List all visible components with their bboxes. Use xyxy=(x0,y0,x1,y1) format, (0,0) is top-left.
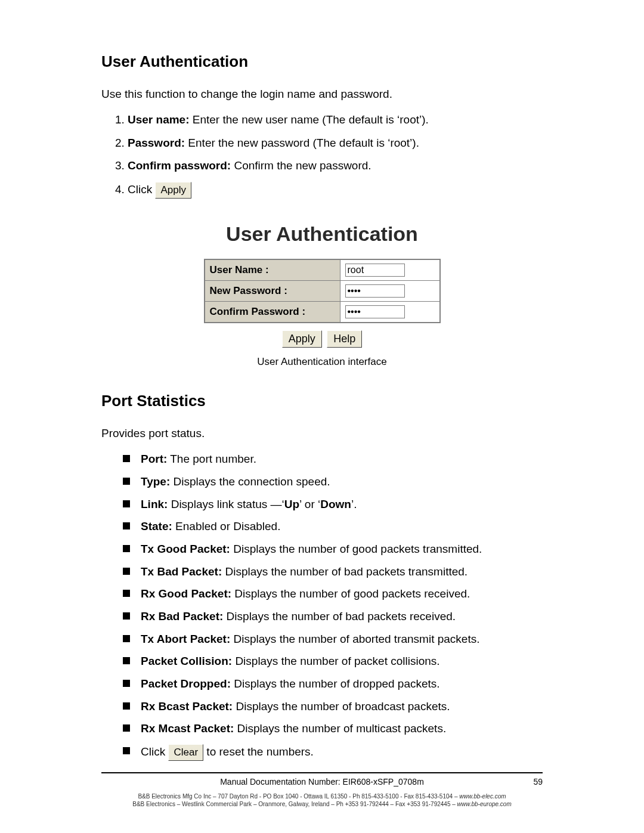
list-item: Tx Bad Packet: Displays the number of ba… xyxy=(123,565,543,580)
item-label: Type: xyxy=(141,475,170,488)
document-page: User Authentication Use this function to… xyxy=(0,0,644,833)
item-label: Password: xyxy=(128,137,185,149)
item-label: Confirm password: xyxy=(128,159,231,172)
item-text: Enter the new user name (The default is … xyxy=(190,113,429,126)
label-new-password: New Password : xyxy=(205,281,340,302)
item-label: Packet Dropped: xyxy=(141,677,231,690)
item-label: Tx Bad Packet: xyxy=(141,565,222,578)
item-label: Rx Mcast Packet: xyxy=(141,722,234,735)
help-button[interactable]: Help xyxy=(327,330,362,348)
doc-number: Manual Documentation Number: EIR608-xSFP… xyxy=(220,777,424,786)
label-user-name: User Name : xyxy=(205,259,340,281)
item-text: The port number. xyxy=(167,453,256,465)
new-password-input[interactable] xyxy=(345,284,405,298)
figure-button-row: Apply Help xyxy=(101,330,543,348)
footer-address-2: B&B Electronics – Westlink Commercial Pa… xyxy=(101,800,543,808)
item-text: Displays the number of good packets tran… xyxy=(230,543,482,555)
heading-port-statistics: Port Statistics xyxy=(101,392,543,410)
list-item: Packet Dropped: Displays the number of d… xyxy=(123,677,543,692)
footer-docline: Manual Documentation Number: EIR608-xSFP… xyxy=(101,777,543,786)
list-item: Tx Abort Packet: Displays the number of … xyxy=(123,632,543,647)
item-text: Displays the number of bad packets trans… xyxy=(222,565,467,578)
confirm-password-input[interactable] xyxy=(345,305,405,318)
item-text: Displays the number of good packets rece… xyxy=(231,587,470,600)
list-item: Rx Mcast Packet: Displays the number of … xyxy=(123,721,543,736)
footer-text: B&B Electronics Mfg Co Inc – 707 Dayton … xyxy=(138,793,459,800)
footer-rule xyxy=(101,772,543,773)
item-label: Packet Collision: xyxy=(141,655,232,667)
list-item: Rx Bad Packet: Displays the number of ba… xyxy=(123,609,543,624)
label-confirm-password: Confirm Password : xyxy=(205,302,340,323)
item-label: Tx Good Packet: xyxy=(141,543,230,555)
item-label: Rx Bad Packet: xyxy=(141,610,223,623)
item-label: State: xyxy=(141,520,172,532)
list-item: Link: Displays link status —‘Up’ or ‘Dow… xyxy=(123,497,543,512)
list-item: Click Apply xyxy=(128,182,543,199)
list-item: Port: The port number. xyxy=(123,452,543,467)
figure-user-authentication: User Authentication User Name : New Pass… xyxy=(101,222,543,348)
item-label: Port: xyxy=(141,453,167,465)
apply-button[interactable]: Apply xyxy=(155,182,191,199)
numbered-list-user-auth: User name: Enter the new user name (The … xyxy=(101,113,543,199)
item-text: Displays link status —‘Up’ or ‘Down’. xyxy=(168,498,357,510)
heading-user-authentication: User Authentication xyxy=(101,52,543,71)
item-text: Enabled or Disabled. xyxy=(172,520,281,532)
item-text: Displays the number of dropped packets. xyxy=(231,677,440,690)
page-footer: Manual Documentation Number: EIR608-xSFP… xyxy=(101,758,543,808)
footer-url: www.bb-elec.com xyxy=(459,793,506,800)
apply-button[interactable]: Apply xyxy=(282,330,322,348)
footer-text: B&B Electronics – Westlink Commercial Pa… xyxy=(132,801,457,807)
list-item: Tx Good Packet: Displays the number of g… xyxy=(123,542,543,557)
intro-user-authentication: Use this function to change the login na… xyxy=(101,88,543,101)
item-label: User name: xyxy=(128,113,190,126)
item-label: Rx Bcast Packet: xyxy=(141,700,233,713)
intro-port-statistics: Provides port status. xyxy=(101,427,543,440)
item-text: Displays the number of packet collisions… xyxy=(232,655,440,667)
list-item: Password: Enter the new password (The de… xyxy=(128,136,543,151)
list-item: Type: Displays the connection speed. xyxy=(123,475,543,490)
figure-title: User Authentication xyxy=(101,222,543,246)
list-item: Rx Good Packet: Displays the number of g… xyxy=(123,587,543,602)
bullet-list-port-stats: Port: The port number.Type: Displays the… xyxy=(101,452,543,761)
item-text: Displays the number of aborted transmit … xyxy=(230,633,479,645)
item-text: Displays the connection speed. xyxy=(170,475,330,488)
item-text: Displays the number of broadcast packets… xyxy=(233,700,450,713)
list-item: Packet Collision: Displays the number of… xyxy=(123,654,543,669)
item-text: Displays the number of multicast packets… xyxy=(234,722,446,735)
user-auth-form-table: User Name : New Password : Confirm Passw… xyxy=(204,259,441,323)
click-suffix: to reset the numbers. xyxy=(203,745,314,758)
list-item: Rx Bcast Packet: Displays the number of … xyxy=(123,699,543,714)
item-text: Confirm the new password. xyxy=(231,159,371,172)
list-item: State: Enabled or Disabled. xyxy=(123,519,543,534)
item-label: Link: xyxy=(141,498,168,510)
list-item: User name: Enter the new user name (The … xyxy=(128,113,543,128)
footer-address-1: B&B Electronics Mfg Co Inc – 707 Dayton … xyxy=(101,792,543,800)
list-item: Confirm password: Confirm the new passwo… xyxy=(128,159,543,174)
click-prefix: Click xyxy=(141,745,168,758)
item-text: Enter the new password (The default is ‘… xyxy=(185,137,419,149)
item-text: Displays the number of bad packets recei… xyxy=(223,610,456,623)
figure-caption: User Authentication interface xyxy=(101,356,543,368)
item-label: Rx Good Packet: xyxy=(141,587,231,600)
footer-url: www.bb-europe.com xyxy=(457,801,512,807)
click-prefix: Click xyxy=(128,183,155,196)
user-name-input[interactable] xyxy=(345,264,405,277)
page-number: 59 xyxy=(533,777,543,786)
item-label: Tx Abort Packet: xyxy=(141,633,230,645)
